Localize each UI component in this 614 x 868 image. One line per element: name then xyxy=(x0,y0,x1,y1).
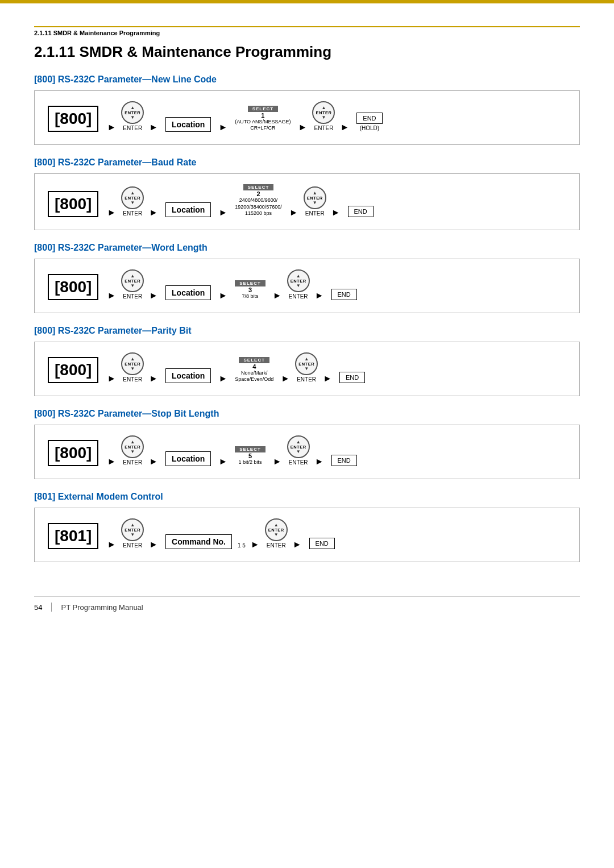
location-box-external-modem: Command No. xyxy=(163,534,234,549)
arrow2-stop-bit: ► xyxy=(147,457,160,466)
number-box-parity-bit: [800] xyxy=(48,357,102,383)
enter-circle1-external-modem: ▲ ENTER ▼ ENTER xyxy=(121,518,144,549)
enter-circle2-word-length: ▲ ENTER ▼ ENTER xyxy=(287,269,310,300)
enter-circle1-word-length: ▲ ENTER ▼ ENTER xyxy=(121,269,144,300)
enter-circle1-parity-bit: ▲ ENTER ▼ ENTER xyxy=(121,352,144,383)
subsection-title-word-length: [800] RS-232C Parameter—Word Length xyxy=(34,243,580,253)
diagram-word-length: [800] ► ▲ ENTER ▼ ENTER ► Location ► xyxy=(34,259,580,313)
arrow4-modem: ► xyxy=(291,540,304,549)
select-block-parity-bit: SELECT 4 None/Mark/Space/Even/Odd xyxy=(233,357,276,383)
enter-circle2-modem: ▲ ENTER ▼ ENTER xyxy=(265,518,288,549)
number-box-word-length: [800] xyxy=(48,274,102,300)
select-block-stop-bit: SELECT 5 1 bit/2 bits xyxy=(233,446,268,466)
arrow4-stop-bit: ► xyxy=(271,457,284,466)
arrow3-baud-rate: ► xyxy=(217,208,229,217)
location-box-baud-rate: Location xyxy=(163,202,213,217)
enter1-label-external-modem: ENTER xyxy=(123,542,142,549)
location-box-parity-bit: Location xyxy=(163,368,213,383)
diagram-external-modem: [801] ► ▲ ENTER ▼ ENTER ► Command No. 1 … xyxy=(34,508,580,562)
arrow2-baud-rate: ► xyxy=(147,208,160,217)
footer-divider xyxy=(51,603,52,612)
enter1-label-parity-bit: ENTER xyxy=(123,376,142,383)
subsection-title-new-line-code: [800] RS-232C Parameter—New Line Code xyxy=(34,74,580,85)
subsection-title-stop-bit: [800] RS-232C Parameter—Stop Bit Length xyxy=(34,409,580,419)
arrow4-word-length: ► xyxy=(271,291,284,300)
arrow3-modem: ► xyxy=(249,540,262,549)
arrow5-new-line-code: ► xyxy=(338,123,351,132)
enter1-label-new-line-code: ENTER xyxy=(123,125,142,132)
end-box-parity-bit: END xyxy=(337,372,367,383)
enter2-label-new-line-code: ENTER xyxy=(314,125,334,132)
prog-number: [800] xyxy=(48,106,98,132)
arrow1-parity-bit: ► xyxy=(105,374,118,383)
enter1-label-word-length: ENTER xyxy=(123,293,142,300)
enter2-label-parity-bit: ENTER xyxy=(297,376,316,383)
prog-number: [801] xyxy=(48,523,98,549)
arrow2-external-modem: ► xyxy=(147,540,160,549)
select-block-baud-rate: SELECT 2 2400/4800/9600/19200/38400/5760… xyxy=(233,184,284,217)
arrow1-new-line-code: ► xyxy=(105,123,118,132)
enter2-label-word-length: ENTER xyxy=(289,293,308,300)
number-box-external-modem: [801] xyxy=(48,523,102,549)
enter2-label-baud-rate: ENTER xyxy=(305,210,325,217)
enter-circle1-stop-bit: ▲ ENTER ▼ ENTER xyxy=(121,435,144,466)
prog-number: [800] xyxy=(48,191,98,217)
arrow3-stop-bit: ► xyxy=(217,457,229,466)
arrow3-new-line-code: ► xyxy=(217,123,229,132)
location-box-word-length: Location xyxy=(163,285,213,300)
enter-circle2-new-line-code: ▲ ENTER ▼ ENTER xyxy=(312,101,335,132)
end-box-baud-rate: END xyxy=(346,206,376,217)
end-box-modem: END xyxy=(307,538,337,549)
arrow4-parity-bit: ► xyxy=(279,374,292,383)
arrow1-word-length: ► xyxy=(105,291,118,300)
section-header: 2.1.11 SMDR & Maintenance Programming xyxy=(34,30,580,36)
enter-circle2-stop-bit: ▲ ENTER ▼ ENTER xyxy=(287,435,310,466)
arrow4-new-line-code: ► xyxy=(297,123,309,132)
prog-number: [800] xyxy=(48,274,98,300)
diagram-parity-bit: [800] ► ▲ ENTER ▼ ENTER ► Location ► xyxy=(34,342,580,396)
enter2-label-modem: ENTER xyxy=(267,542,286,549)
arrow3-parity-bit: ► xyxy=(217,374,229,383)
enter1-label-stop-bit: ENTER xyxy=(123,459,142,466)
enter-circle1-new-line-code: ▲ ENTER ▼ ENTER xyxy=(121,101,144,132)
location-box-stop-bit: Location xyxy=(163,451,213,466)
arrow3-word-length: ► xyxy=(217,291,229,300)
enter2-label-stop-bit: ENTER xyxy=(289,459,308,466)
page-footer: 54 PT Programming Manual xyxy=(34,596,580,612)
number-box-baud-rate: [800] xyxy=(48,191,102,217)
subsection-title-baud-rate: [800] RS-232C Parameter—Baud Rate xyxy=(34,157,580,168)
page-number: 54 xyxy=(34,603,42,612)
diagram-stop-bit: [800] ► ▲ ENTER ▼ ENTER ► Location ► xyxy=(34,425,580,479)
subsection-title-external-modem: [801] External Modem Control xyxy=(34,492,580,502)
subsection-title-parity-bit: [800] RS-232C Parameter—Parity Bit xyxy=(34,326,580,336)
diagram-new-line-code: [800] ► ▲ ENTER ▼ ENTER ► Location ► xyxy=(34,90,580,145)
prog-number: [800] xyxy=(48,440,98,466)
arrow2-parity-bit: ► xyxy=(147,374,160,383)
arrow1-external-modem: ► xyxy=(105,540,118,549)
prog-number: [800] xyxy=(48,357,98,383)
arrow5-stop-bit: ► xyxy=(313,457,326,466)
arrow5-parity-bit: ► xyxy=(321,374,334,383)
end-box-stop-bit: END xyxy=(329,455,359,466)
arrow5-baud-rate: ► xyxy=(330,208,342,217)
enter-circle1-baud-rate: ▲ ENTER ▼ ENTER xyxy=(121,186,144,217)
enter-circle2-parity-bit: ▲ ENTER ▼ ENTER xyxy=(295,352,318,383)
arrow4-baud-rate: ► xyxy=(288,208,300,217)
arrow1-stop-bit: ► xyxy=(105,457,118,466)
number-box-stop-bit: [800] xyxy=(48,440,102,466)
select-block-new-line-code: SELECT 1 (AUTO ANS/MESSAGE)CR+LF/CR xyxy=(233,106,293,132)
location-box-new-line-code: Location xyxy=(163,117,213,132)
end-box-new-line-code: END (HOLD) xyxy=(354,113,384,132)
select-num-modem: 1 5 xyxy=(238,541,246,549)
footer-manual-name: PT Programming Manual xyxy=(61,603,143,612)
diagram-baud-rate: [800] ► ▲ ENTER ▼ ENTER ► Location ► xyxy=(34,173,580,230)
arrow5-word-length: ► xyxy=(313,291,326,300)
section-divider xyxy=(34,26,580,27)
end-box-word-length: END xyxy=(329,289,359,300)
arrow2-new-line-code: ► xyxy=(147,123,160,132)
page-title: 2.1.11 SMDR & Maintenance Programming xyxy=(34,43,580,61)
enter1-label-baud-rate: ENTER xyxy=(123,210,142,217)
arrow1-baud-rate: ► xyxy=(105,208,118,217)
arrow2-word-length: ► xyxy=(147,291,160,300)
select-block-word-length: SELECT 3 7/8 bits xyxy=(233,280,268,300)
